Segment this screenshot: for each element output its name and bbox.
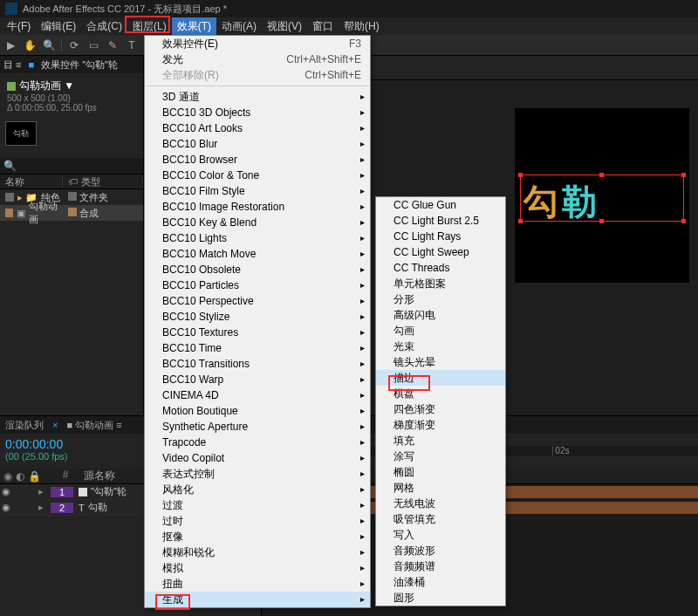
submenu-item[interactable]: 单元格图案 bbox=[376, 276, 505, 291]
selection-bounds[interactable] bbox=[520, 175, 684, 222]
menu-category-item[interactable]: BCC10 Color & Tone▸ bbox=[145, 168, 370, 183]
menu-category-item[interactable]: 生成▸ bbox=[145, 592, 370, 607]
menu-category-item[interactable]: 扭曲▸ bbox=[145, 576, 370, 592]
menu-help[interactable]: 帮助(H) bbox=[339, 17, 385, 36]
submenu-item[interactable]: 光束 bbox=[376, 339, 505, 354]
submenu-item[interactable]: CC Glue Gun bbox=[376, 197, 505, 213]
submenu-item[interactable]: 吸管填充 bbox=[376, 511, 505, 527]
menu-category-item[interactable]: BCC10 3D Objects▸ bbox=[145, 105, 370, 120]
menu-category-item[interactable]: 模拟▸ bbox=[145, 560, 370, 576]
menu-animation[interactable]: 动画(A) bbox=[216, 17, 262, 36]
pen-tool-icon[interactable]: ✎ bbox=[106, 38, 120, 52]
submenu-item[interactable]: 棋盘 bbox=[376, 386, 505, 401]
canvas[interactable]: 勾 勒 bbox=[515, 108, 689, 283]
hand-tool-icon[interactable]: ✋ bbox=[23, 38, 37, 52]
submenu-item[interactable]: 油漆桶 bbox=[376, 574, 505, 590]
project-row-comp[interactable]: ▣ 勾勒动画 合成 bbox=[0, 205, 143, 221]
type-tool-icon[interactable]: T bbox=[125, 38, 139, 52]
handle-nw[interactable] bbox=[518, 173, 523, 177]
submenu-item[interactable]: 网格 bbox=[376, 480, 505, 496]
submenu-item[interactable]: 填充 bbox=[376, 433, 505, 448]
menu-category-item[interactable]: 3D 通道▸ bbox=[145, 89, 370, 105]
menu-category-item[interactable]: 过渡▸ bbox=[145, 497, 370, 513]
orbit-tool-icon[interactable]: ⟳ bbox=[67, 38, 81, 52]
comp-thumbnail[interactable]: 勾勒 bbox=[5, 121, 37, 146]
menu-edit[interactable]: 编辑(E) bbox=[36, 17, 81, 36]
submenu-item[interactable]: CC Threads bbox=[376, 260, 505, 276]
search-row[interactable]: 🔍 bbox=[0, 158, 143, 174]
handle-n[interactable] bbox=[599, 173, 604, 177]
submenu-item[interactable]: 梯度渐变 bbox=[376, 417, 505, 433]
menu-category-item[interactable]: BCC10 Blur▸ bbox=[145, 136, 370, 152]
comp-timeline-tab[interactable]: ■ 勾勒动画 ≡ bbox=[66, 419, 121, 432]
zoom-tool-icon[interactable]: 🔍 bbox=[42, 38, 56, 52]
project-tab[interactable]: 目 ≡ bbox=[3, 58, 21, 72]
menu-category-item[interactable]: BCC10 Obsolete▸ bbox=[145, 262, 370, 277]
menu-category-item[interactable]: BCC10 Film Style▸ bbox=[145, 183, 370, 199]
submenu-item[interactable]: 描边 bbox=[376, 370, 505, 386]
expand-icon[interactable]: ▸ bbox=[38, 502, 49, 513]
col-type[interactable]: 🏷 类型 bbox=[63, 175, 143, 188]
menu-category-item[interactable]: 风格化▸ bbox=[145, 482, 370, 497]
menu-category-item[interactable]: CINEMA 4D▸ bbox=[145, 387, 370, 403]
submenu-item[interactable]: 勾画 bbox=[376, 323, 505, 339]
rect-tool-icon[interactable]: ▭ bbox=[86, 38, 100, 52]
menu-category-item[interactable]: BCC10 Browser▸ bbox=[145, 152, 370, 168]
submenu-item[interactable]: 分形 bbox=[376, 291, 505, 307]
submenu-item[interactable]: 四色渐变 bbox=[376, 401, 505, 417]
eye-column-icon[interactable]: ◉ bbox=[3, 470, 12, 483]
submenu-item[interactable]: 圆形 bbox=[376, 590, 505, 606]
menu-category-item[interactable]: 过时▸ bbox=[145, 513, 370, 529]
menu-category-item[interactable]: BCC10 Transitions▸ bbox=[145, 356, 370, 372]
menu-category-item[interactable]: BCC10 Time▸ bbox=[145, 340, 370, 356]
submenu-item[interactable]: 椭圆 bbox=[376, 464, 505, 480]
submenu-item[interactable]: 无线电波 bbox=[376, 496, 505, 511]
handle-ne[interactable] bbox=[681, 173, 686, 177]
menu-view[interactable]: 视图(V) bbox=[262, 17, 307, 36]
menu-window[interactable]: 窗口 bbox=[307, 17, 339, 36]
menu-category-item[interactable]: Synthetic Aperture▸ bbox=[145, 419, 370, 435]
menu-file[interactable]: 牛(F) bbox=[2, 17, 36, 36]
menu-category-item[interactable]: BCC10 Lights▸ bbox=[145, 230, 370, 246]
menu-category-item[interactable]: Trapcode▸ bbox=[145, 435, 370, 450]
render-queue-tab[interactable]: 渲染队列 bbox=[5, 419, 44, 432]
submenu-item[interactable]: 写入 bbox=[376, 527, 505, 543]
menu-category-item[interactable]: 抠像▸ bbox=[145, 529, 370, 544]
fxcontrols-tab[interactable]: 效果控件 "勾勒"轮 bbox=[41, 58, 118, 72]
handle-se[interactable] bbox=[681, 219, 686, 223]
visibility-toggle[interactable]: ◉ bbox=[0, 502, 12, 513]
handle-s[interactable] bbox=[599, 219, 604, 223]
menu-category-item[interactable]: BCC10 Key & Blend▸ bbox=[145, 215, 370, 230]
submenu-item[interactable]: CC Light Rays bbox=[376, 229, 505, 244]
submenu-item[interactable]: 镜头光晕 bbox=[376, 354, 505, 370]
selection-tool-icon[interactable]: ▶ bbox=[3, 38, 17, 52]
submenu-item[interactable]: CC Light Burst 2.5 bbox=[376, 213, 505, 229]
handle-sw[interactable] bbox=[518, 219, 523, 223]
menu-layer[interactable]: 图层(L) bbox=[127, 17, 172, 36]
menu-category-item[interactable]: Video Copilot▸ bbox=[145, 450, 370, 466]
submenu-item[interactable]: 高级闪电 bbox=[376, 307, 505, 323]
visibility-toggle[interactable]: ◉ bbox=[0, 486, 12, 497]
menu-category-item[interactable]: 表达式控制▸ bbox=[145, 466, 370, 482]
solo-column-icon[interactable]: ◐ bbox=[16, 470, 24, 483]
submenu-item[interactable]: 涂写 bbox=[376, 448, 505, 464]
submenu-item[interactable]: 音频波形 bbox=[376, 543, 505, 558]
menu-category-item[interactable]: Motion Boutique▸ bbox=[145, 403, 370, 419]
menu-effect[interactable]: 效果(T) bbox=[172, 17, 216, 36]
menu-comp[interactable]: 合成(C) bbox=[81, 17, 127, 36]
menu-category-item[interactable]: BCC10 Art Looks▸ bbox=[145, 120, 370, 136]
submenu-item[interactable]: 音频频谱 bbox=[376, 558, 505, 574]
expand-icon[interactable]: ▸ bbox=[38, 486, 49, 497]
menu-category-item[interactable]: BCC10 Particles▸ bbox=[145, 277, 370, 293]
source-name-column[interactable]: 源名称 bbox=[79, 469, 115, 483]
lock-column-icon[interactable]: 🔒 bbox=[28, 470, 41, 483]
menu-category-item[interactable]: BCC10 Warp▸ bbox=[145, 372, 370, 387]
menu-item[interactable]: 发光Ctrl+Alt+Shift+E bbox=[145, 51, 370, 67]
menu-category-item[interactable]: 模糊和锐化▸ bbox=[145, 544, 370, 560]
menu-category-item[interactable]: BCC10 Match Move▸ bbox=[145, 246, 370, 262]
menu-category-item[interactable]: BCC10 Textures▸ bbox=[145, 325, 370, 340]
menu-category-item[interactable]: BCC10 Perspective▸ bbox=[145, 293, 370, 309]
menu-item[interactable]: 效果控件(E)F3 bbox=[145, 36, 370, 51]
submenu-item[interactable]: CC Light Sweep bbox=[376, 244, 505, 260]
col-name[interactable]: 名称 bbox=[0, 175, 63, 188]
